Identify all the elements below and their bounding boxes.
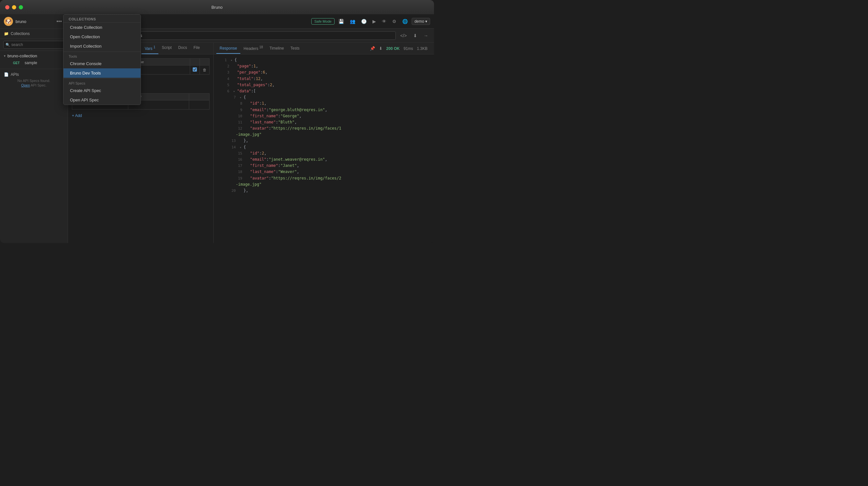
dropdown-open-collection[interactable]: Open Collection [63,32,141,41]
json-line-6: 6 ▾ "data": [ [214,88,434,94]
people-icon[interactable]: 👥 [348,18,357,25]
caret-icon: ▾ [4,54,5,58]
method-badge: GET [13,61,22,65]
dropdown-divider-2 [63,79,141,79]
tab-file[interactable]: File [190,43,203,54]
response-tabs: Response Headers 18 Timeline Tests 📌 ⬇ 2… [214,43,434,55]
post-action-cell [189,100,210,110]
save-icon[interactable]: 💾 [337,18,346,25]
pin-icon[interactable]: 📌 [370,46,375,51]
collections-section-header: 📁 Collections [0,29,68,39]
row-checkbox[interactable] [193,67,197,71]
json-line-18: 18 "last_name": "Weaver", [214,169,434,175]
dropdown-bruno-dev-tools[interactable]: Bruno Dev Tools [63,68,141,78]
minimize-button[interactable] [12,5,16,9]
demo-button[interactable]: demo ▾ [412,18,430,25]
collection-tree: ▾ bruno-collection GET sample [0,51,68,67]
clock-icon[interactable]: 🕐 [359,18,369,25]
window-controls [5,5,23,9]
json-line-20: 20 }, [214,188,434,194]
tab-tests[interactable]: Tests [287,43,303,54]
api-spec-text: API Spec. [31,83,46,87]
json-line-19b: -image.jpg" [214,181,434,188]
checkbox-cell[interactable] [190,65,200,74]
code-button[interactable]: </> [398,32,409,39]
top-toolbar: Safe Mode 💾 👥 🕐 ▶ 👁 ⚙ 🌐 demo ▾ [311,18,430,25]
settings-icon[interactable]: ⚙ [390,18,398,25]
col-action-header [190,59,200,65]
tab-response[interactable]: Response [216,43,240,54]
json-line-19: 19 "avatar": "https://reqres.in/img/face… [214,175,434,181]
dropdown-open-api-spec[interactable]: Open API Spec [63,95,141,105]
json-line-15: 15 "id": 2, [214,150,434,156]
search-bar-container: 🔍 [0,39,68,51]
response-size: 1.3KB [417,46,428,51]
json-line-16: 16 "email": "janet.weaver@reqres.in", [214,156,434,163]
titlebar: Bruno [0,0,434,14]
collections-label: Collections [11,31,30,36]
add-post-response-button[interactable]: + Add [72,112,82,119]
dropdown-menu: Collections Create Collection Open Colle… [63,14,141,105]
open-api-spec-link[interactable]: Open [21,83,30,87]
json-line-12: 12 "avatar": "https://reqres.in/img/face… [214,125,434,131]
dropdown-collections-header: Collections [63,14,141,23]
logo-name: bruno [16,19,26,24]
dropdown-import-collection[interactable]: Import Collection [63,41,141,51]
window-title: Bruno [212,5,223,10]
maximize-button[interactable] [19,5,23,9]
dropdown-create-api-spec[interactable]: Create API Spec [63,86,141,95]
response-status-bar: 📌 ⬇ 200 OK 91ms 1.3KB [366,45,431,52]
delete-cell[interactable]: 🗑 [200,65,210,74]
json-line-17: 17 "first_name": "Janet", [214,163,434,169]
globe-icon[interactable]: 🌐 [400,18,410,25]
send-button[interactable]: → [422,32,430,39]
response-panel: Response Headers 18 Timeline Tests 📌 ⬇ 2… [214,43,434,243]
dropdown-chrome-console[interactable]: Chrome Console [63,59,141,68]
search-icon: 🔍 [5,43,10,47]
json-line-2: 2 "page": 1, [214,63,434,69]
json-line-12b: -image.jpg" [214,131,434,138]
sidebar-header: 🐶 bruno ••• [0,14,68,29]
download-icon[interactable]: ⬇ [379,46,382,51]
dropdown-create-collection[interactable]: Create Collection [63,23,141,32]
sidebar-logo: 🐶 bruno [4,17,26,26]
post-col-action [189,94,210,100]
sidebar: 🐶 bruno ••• 📁 Collections 🔍 [0,14,68,243]
collection-child-name: sample [25,61,37,65]
status-ok: 200 OK [386,46,400,51]
safe-mode-button[interactable]: Safe Mode [311,18,334,25]
json-viewer: 1 ▾ { 2 "page": 1, 3 [214,55,434,243]
json-line-4: 4 "total": 12, [214,76,434,82]
tab-vars[interactable]: Vars 1 [142,43,159,54]
json-line-3: 3 "per_page": 6, [214,69,434,75]
json-line-13: 13 }, [214,138,434,144]
collection-child-item[interactable]: GET sample [4,60,64,66]
dropdown-tools-header: Tools [63,53,141,59]
json-line-11: 11 "last_name": "Bluth", [214,119,434,125]
collection-header[interactable]: ▾ bruno-collection [4,52,64,60]
search-input[interactable] [3,41,64,49]
tab-timeline[interactable]: Timeline [266,43,287,54]
sidebar-menu-button[interactable]: ••• [54,18,64,25]
run-icon[interactable]: ▶ [371,18,378,25]
json-line-1: 1 ▾ { [214,57,434,63]
json-line-7: 7 ▾ { [214,94,434,100]
dropdown-api-specs-header: API Specs [63,80,141,86]
collection-folder-icon: 📁 [4,31,9,36]
apis-header: 📄 APIs [4,71,64,78]
save-button[interactable]: ⬇ [411,32,419,39]
dropdown-divider-1 [63,52,141,52]
tab-resp-headers[interactable]: Headers 18 [240,43,266,54]
logo-emoji: 🐶 [5,19,12,25]
collection-name: bruno-collection [7,54,37,58]
tab-docs[interactable]: Docs [175,43,190,54]
trash-icon[interactable]: 🗑 [203,68,207,72]
json-line-14: 14 ▾ { [214,144,434,150]
eye-icon[interactable]: 👁 [380,18,388,25]
json-line-9: 9 "email": "george.bluth@reqres.in", [214,107,434,113]
tab-script[interactable]: Script [158,43,175,54]
close-button[interactable] [5,5,9,9]
avatar: 🐶 [4,17,13,26]
response-time: 91ms [404,46,413,51]
no-api-text: No API Specs found. [4,78,64,83]
